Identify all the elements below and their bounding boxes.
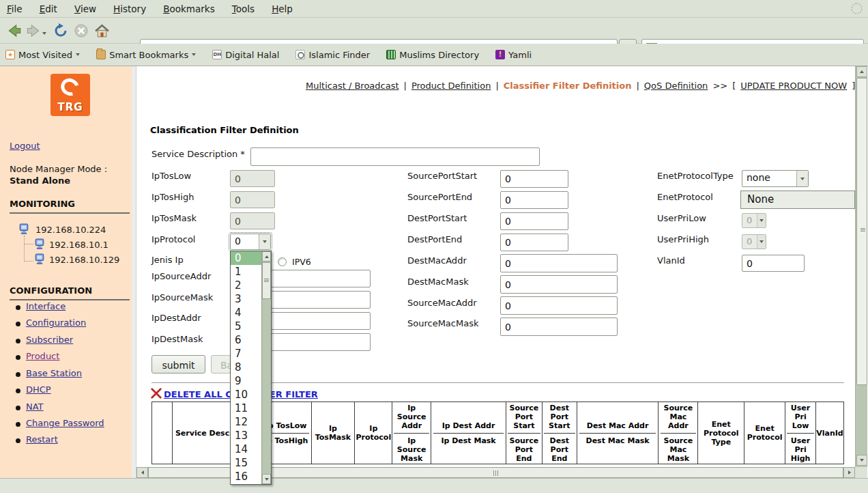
destmacaddr-field[interactable] [500,254,618,272]
dropdown-options[interactable]: 0 1 2 3 4 5 6 7 8 9 10 11 12 13 14 15 16 [231,251,261,484]
menu-view[interactable]: View [68,0,103,17]
destmacaddr-label: DestMacAddr [407,255,467,266]
bookmark-yamli[interactable]: ! Yamli [495,50,532,60]
bookmark-label: Yamli [508,50,532,60]
reload-button[interactable] [52,22,70,40]
dropdown-scroll-down-button[interactable] [262,474,271,484]
dropdown-option[interactable]: 1 [231,265,261,279]
sourcemacaddr-field[interactable] [500,296,618,315]
dropdown-option[interactable]: 16 [231,470,261,483]
dropdown-option[interactable]: 7 [231,347,261,361]
sidebar-item-base-station[interactable]: Base Station [26,368,82,378]
history-dropdown-button[interactable] [40,25,49,42]
dropdown-option[interactable]: 6 [231,333,261,347]
sidebar-item-subscriber[interactable]: Subscriber [26,335,73,345]
iptosmask-label: IpTosMask [151,213,197,223]
menu-bookmarks[interactable]: Bookmarks [156,0,221,17]
nav-update-product-now[interactable]: UPDATE PRODUCT NOW [740,81,847,91]
tree-node-root[interactable]: 192.168.10.224 [35,225,106,235]
tree-node-child[interactable]: 192.168.10.1 [49,240,108,250]
dropdown-option[interactable]: 14 [231,442,261,456]
tree-connector [25,244,33,244]
menu-history[interactable]: History [106,0,153,17]
menu-edit[interactable]: Edit [33,0,64,17]
bullet-icon [16,355,20,360]
table-col-ipdest: Ip Dest AddrIp Dest Mask [431,402,506,464]
ipv6-radio[interactable] [278,257,287,266]
sidebar-item-dhcp[interactable]: DHCP [26,384,51,395]
submit-button[interactable]: submit [151,355,205,374]
delete-x-icon[interactable] [151,388,162,399]
sourceportstart-field[interactable] [500,170,568,188]
sidebar-item-interface[interactable]: Interface [26,301,66,311]
bookmark-digital-halal[interactable]: DH Digital Halal [212,50,279,60]
scroll-down-button[interactable] [856,455,867,466]
ipprotocol-select[interactable]: 0 [230,234,271,250]
dropdown-option[interactable]: 5 [231,320,261,333]
enetprotocoltype-select[interactable]: none [742,170,809,187]
bookmarks-toolbar: ★ Most Visited Smart Bookmarks DH Digita… [0,44,868,66]
sidebar-item-change-password[interactable]: Change Password [26,418,104,428]
sidebar-item-restart[interactable]: Restart [26,434,58,445]
dropdown-option[interactable]: 3 [231,292,261,306]
nav-multicast-broadcast[interactable]: Multicast / Broadcast [306,81,399,91]
menu-help[interactable]: Help [265,0,300,17]
sourcemacaddr-label: SourceMacAddr [407,298,477,308]
throbber-icon [851,3,863,14]
sourcemacmask-field[interactable] [500,318,618,336]
scroll-left-button[interactable] [136,467,148,478]
sidebar-item-nat[interactable]: NAT [26,402,44,412]
logo-swirl-icon [58,75,83,99]
dropdown-scrollbar-thumb[interactable] [262,262,271,299]
service-description-label: Service Description * [151,149,245,159]
dropdown-scroll-up-button[interactable] [262,251,271,262]
destportend-label: DestPortEnd [407,234,462,244]
scroll-up-button[interactable] [856,66,867,77]
scroll-right-button[interactable] [843,467,855,478]
bookmark-label: Islamic Finder [308,50,370,60]
enetprotocol-select[interactable]: None [740,191,855,209]
dropdown-option[interactable]: 8 [231,361,261,374]
home-button[interactable] [93,22,111,40]
vertical-scrollbar[interactable] [855,66,867,467]
table-col-iptosmask: Ip TosMask [312,402,356,464]
dropdown-option[interactable]: 4 [231,306,261,320]
vlanid-field[interactable] [742,255,805,272]
dropdown-option[interactable]: 11 [231,402,261,415]
dropdown-option[interactable]: 10 [231,388,261,402]
back-nav-button[interactable] [5,22,23,40]
destmacmask-field[interactable] [500,275,618,294]
logout-link[interactable]: Logout [10,141,40,151]
dropdown-option-selected[interactable]: 0 [231,251,261,265]
destportend-field[interactable] [500,234,568,251]
sidebar-item-product[interactable]: Product [26,351,59,361]
bookmark-most-visited[interactable]: ★ Most Visited [5,50,80,60]
ipprotocol-dropdown-button[interactable] [259,234,270,249]
nav-qos-definition[interactable]: QoS Definition [644,81,708,91]
dropdown-option[interactable]: 13 [231,429,261,442]
table-col-destmac: Dest Mac AddrDest Mac Mask [577,402,659,464]
dropdown-option[interactable]: 9 [231,374,261,388]
nav-product-definition[interactable]: Product Definition [411,81,491,91]
bullet-icon [16,422,20,427]
userprilow-label: UserPriLow [657,213,706,223]
bookmark-muslims-directory[interactable]: Muslims Directory [386,50,479,60]
dropdown-option[interactable]: 2 [231,279,261,292]
sourceportend-field[interactable] [500,191,568,209]
dropdown-option[interactable]: 15 [231,456,261,470]
ipdestmask-label: IpDestMask [151,334,203,344]
vertical-scrollbar-thumb[interactable] [856,78,867,385]
service-description-field[interactable] [250,147,540,166]
bookmark-smart-bookmarks[interactable]: Smart Bookmarks [96,50,196,60]
destportstart-field[interactable] [500,212,568,230]
menu-tools[interactable]: Tools [225,0,261,17]
ipprotocol-dropdown-list[interactable]: 0 1 2 3 4 5 6 7 8 9 10 11 12 13 14 15 16 [230,251,272,485]
enetprotocoltype-dropdown-button[interactable] [796,171,808,186]
sidebar-item-configuration[interactable]: Configuration [26,318,86,328]
dropdown-option[interactable]: 12 [231,415,261,429]
dropdown-scrollbar[interactable] [261,251,271,484]
menu-file[interactable]: File [0,0,29,17]
bookmark-islamic-finder[interactable]: Islamic Finder [295,50,370,60]
tree-node-child[interactable]: 192.168.10.129 [49,255,119,265]
iptoslow-label: IpTosLow [151,171,191,181]
